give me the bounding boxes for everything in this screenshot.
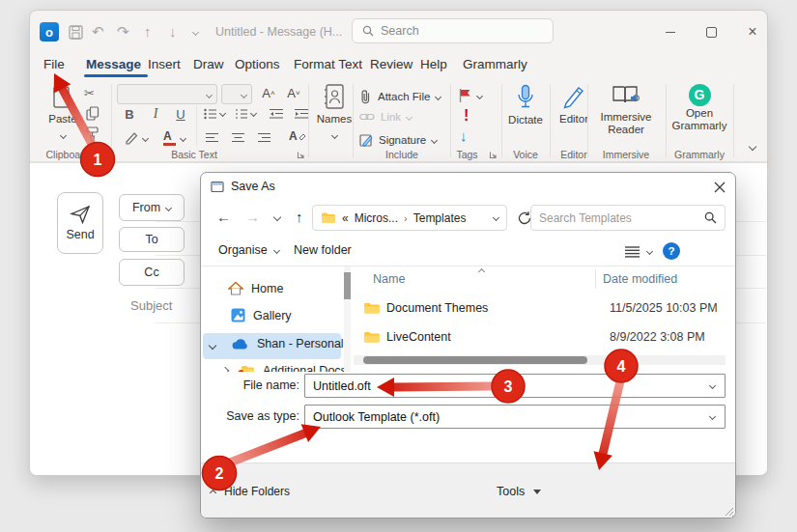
tab-review[interactable]: Review — [370, 57, 413, 71]
open-grammarly-button[interactable]: G OpenGrammarly — [666, 84, 733, 132]
increase-indent-icon[interactable] — [295, 108, 309, 120]
bullet-list-dropdown-icon[interactable] — [219, 110, 226, 117]
tab-message[interactable]: Message — [86, 57, 141, 71]
minimize-button[interactable] — [656, 20, 685, 43]
sidebar-scrollbar-thumb[interactable] — [344, 272, 351, 299]
low-importance-icon[interactable]: ↓ — [460, 127, 468, 144]
move-up-icon[interactable]: ↑ — [144, 24, 152, 40]
address-bar[interactable]: « Micros... › Templates — [312, 205, 507, 231]
sidebar-item-onedrive-personal[interactable]: Shan - Personal — [231, 337, 344, 350]
font-color-icon[interactable]: A — [163, 129, 176, 146]
bold-button[interactable]: B — [121, 106, 138, 122]
subject-field[interactable]: Subject — [130, 298, 172, 313]
bullet-list-icon[interactable] — [204, 108, 217, 120]
immersive-reader-button[interactable]: ImmersiveReader — [587, 84, 665, 136]
undo-icon[interactable]: ↶ — [92, 24, 104, 40]
organise-menu[interactable]: Organise — [218, 243, 279, 257]
dialog-close-icon[interactable] — [714, 182, 726, 193]
basic-text-dialog-launcher-icon[interactable] — [297, 151, 305, 159]
signature-button[interactable]: Signature — [359, 133, 437, 147]
decrease-indent-icon[interactable] — [270, 108, 284, 120]
flag-dropdown-icon[interactable] — [476, 93, 483, 99]
sidebar-item-home[interactable]: Home — [228, 281, 283, 295]
close-button[interactable]: × — [738, 20, 767, 43]
hide-folders-button[interactable]: Hide Folders — [224, 485, 290, 498]
tags-dialog-launcher-icon[interactable] — [489, 151, 498, 159]
tab-options[interactable]: Options — [235, 57, 280, 71]
address-dropdown-icon[interactable] — [493, 214, 499, 221]
high-importance-icon[interactable]: ! — [464, 107, 469, 125]
sidebar-item-gallery[interactable]: Gallery — [231, 308, 292, 322]
new-folder-button[interactable]: New folder — [294, 243, 352, 257]
view-options-icon[interactable] — [624, 245, 640, 258]
view-options-dropdown-icon[interactable] — [646, 248, 653, 255]
follow-up-flag-icon[interactable] — [458, 88, 472, 103]
cc-button[interactable]: Cc — [119, 259, 185, 286]
to-button[interactable]: To — [119, 227, 185, 252]
shrink-font-icon[interactable]: A˅ — [285, 85, 302, 100]
grow-font-icon[interactable]: A˄ — [260, 85, 277, 100]
nav-back-icon[interactable]: ← — [216, 209, 231, 225]
font-color-dropdown-icon[interactable] — [180, 135, 186, 142]
resize-grip[interactable] — [724, 506, 734, 517]
breadcrumb-parent[interactable]: Micros... — [355, 211, 398, 225]
help-button[interactable]: ? — [663, 242, 680, 260]
pen-dropdown-icon[interactable] — [142, 135, 149, 142]
column-header-name[interactable]: Name — [373, 272, 405, 286]
dialog-search-box[interactable]: Search Templates — [530, 205, 726, 231]
file-row[interactable]: Document Themes 11/5/2025 10:03 PM — [354, 294, 726, 322]
font-name-combobox[interactable] — [117, 84, 217, 104]
align-right-icon[interactable] — [258, 132, 271, 144]
underline-button[interactable]: U — [172, 106, 189, 122]
save-icon[interactable] — [69, 25, 83, 40]
tab-grammarly[interactable]: Grammarly — [463, 57, 527, 71]
folder-expand-icon[interactable] — [221, 367, 229, 372]
tools-menu[interactable]: Tools — [497, 485, 541, 498]
immersive-reader-label-line2: Reader — [608, 124, 644, 135]
tab-insert[interactable]: Insert — [148, 57, 181, 71]
numbered-list-dropdown-icon[interactable] — [250, 110, 257, 117]
file-row[interactable]: LiveContent 8/9/2022 3:08 PM — [354, 323, 726, 350]
font-size-combobox[interactable] — [221, 84, 252, 104]
align-left-icon[interactable] — [206, 132, 219, 144]
names-button[interactable]: Names — [316, 82, 353, 150]
sidebar-scrollbar[interactable] — [344, 266, 351, 372]
redo-icon[interactable]: ↷ — [117, 24, 129, 40]
move-down-icon[interactable]: ↓ — [169, 24, 177, 40]
sort-ascending-icon — [478, 268, 485, 275]
tab-format-text[interactable]: Format Text — [294, 57, 362, 71]
numbered-list-icon[interactable] — [235, 108, 248, 120]
file-name-input[interactable] — [304, 374, 726, 398]
collapse-ribbon-icon[interactable] — [749, 143, 756, 151]
tab-draw[interactable]: Draw — [193, 57, 224, 71]
recent-locations-icon[interactable] — [273, 213, 281, 221]
align-center-icon[interactable] — [232, 132, 245, 144]
file-list-horizontal-scrollbar[interactable] — [354, 355, 726, 365]
copy-icon[interactable] — [86, 106, 100, 121]
maximize-button[interactable] — [697, 20, 726, 43]
link-button[interactable]: Link — [359, 111, 412, 123]
titlebar-search-box[interactable]: Search — [352, 18, 554, 43]
sidebar-item-additional-docs[interactable]: Additional Docs — [238, 364, 347, 372]
customize-quick-access-icon[interactable] — [192, 29, 199, 36]
nav-forward-icon[interactable]: → — [245, 209, 260, 225]
cut-icon[interactable]: ✂ — [84, 86, 95, 100]
paste-button[interactable]: Paste — [43, 82, 82, 146]
format-painter-icon[interactable] — [85, 126, 100, 142]
column-divider[interactable] — [595, 269, 596, 289]
nav-up-icon[interactable]: ↑ — [296, 209, 303, 225]
column-header-date-modified[interactable]: Date modified — [603, 272, 677, 286]
send-button[interactable]: Send — [57, 192, 103, 254]
save-as-type-select[interactable] — [304, 405, 726, 429]
tab-file[interactable]: File — [43, 57, 65, 71]
attach-file-button[interactable]: Attach File — [359, 89, 441, 104]
dictate-button[interactable]: Dictate — [501, 84, 550, 126]
breadcrumb-current[interactable]: Templates — [413, 211, 467, 225]
tab-help[interactable]: Help — [420, 57, 447, 71]
italic-button[interactable]: I — [147, 106, 164, 122]
clear-formatting-icon[interactable]: A — [289, 129, 306, 143]
horizontal-scrollbar-thumb[interactable] — [363, 356, 587, 364]
from-button[interactable]: From — [119, 194, 185, 221]
breadcrumb-overflow[interactable]: « — [342, 211, 349, 225]
draw-pen-icon[interactable] — [125, 130, 140, 145]
